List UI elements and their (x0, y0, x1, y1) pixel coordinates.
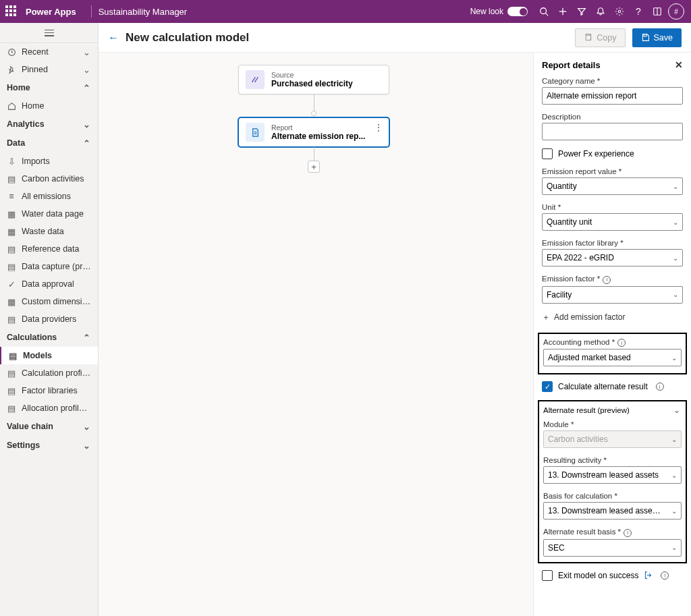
basis-label: Basis for calculation (543, 492, 682, 500)
sidebar-item-calc-2[interactable]: ▤Factor libraries (0, 382, 98, 399)
app-name: Sustainability Manager (99, 7, 188, 17)
sidebar-section-settings[interactable]: Settings⌄ (0, 436, 98, 455)
sidebar-section-analytics[interactable]: Analytics⌄ (0, 115, 98, 134)
sidebar-section-calculations[interactable]: Calculations⌃ (0, 328, 98, 347)
sidebar-item-recent[interactable]: Recent ⌄ (0, 43, 98, 61)
home-icon (7, 101, 16, 111)
more-icon[interactable]: ⋮ (374, 122, 383, 133)
panel-title: Report details (542, 60, 601, 70)
data-item-icon: ≡ (7, 192, 16, 201)
data-item-icon: ▦ (7, 227, 16, 236)
calc-alt-checkbox[interactable]: ✓ (542, 381, 553, 392)
data-item-icon: ▤ (7, 244, 16, 254)
sidebar-item-data-2[interactable]: ≡All emissions (0, 188, 98, 205)
acct-select[interactable]: Adjusted market based⌄ (543, 349, 682, 366)
ef-label: Emission factori (542, 275, 683, 284)
help-icon[interactable]: ? (629, 2, 648, 21)
sidebar-item-data-6[interactable]: ▤Data capture (preview) (0, 258, 98, 275)
sidebar-item-label: All emissions (22, 192, 91, 201)
search-icon[interactable] (534, 2, 553, 21)
book-icon[interactable] (648, 2, 667, 21)
module-select: Carbon activities⌄ (543, 430, 682, 448)
ef-select[interactable]: Facility⌄ (542, 286, 683, 304)
data-item-icon: ▤ (7, 314, 16, 324)
top-bar: Power Apps Sustainability Manager New lo… (0, 0, 691, 23)
powerfx-checkbox[interactable] (542, 148, 553, 159)
sidebar-item-label: Pinned (22, 65, 78, 74)
exit-checkbox[interactable] (542, 570, 553, 581)
sidebar-item-calc-3[interactable]: ▤Allocation profiles (p... (0, 399, 98, 417)
sidebar-section-valuechain[interactable]: Value chain⌄ (0, 417, 98, 436)
hamburger-button[interactable] (0, 23, 98, 43)
info-icon[interactable]: i (656, 383, 664, 391)
close-icon[interactable]: ✕ (675, 59, 683, 70)
chevron-down-icon: ⌄ (83, 422, 91, 432)
sidebar-item-pinned[interactable]: Pinned ⌄ (0, 61, 98, 78)
sidebar-item-label: Home (22, 101, 91, 111)
sidebar-item-data-3[interactable]: ▦Water data page (0, 205, 98, 223)
svg-point-4 (618, 10, 621, 13)
unit-select[interactable]: Quantity unit⌄ (542, 213, 683, 231)
new-look-toggle[interactable]: New look (470, 7, 528, 16)
acct-label: Accounting methodi (543, 338, 682, 347)
info-icon[interactable]: i (661, 571, 669, 580)
calc-item-icon: ▤ (7, 403, 16, 413)
sidebar-section-home[interactable]: Home⌃ (0, 78, 98, 97)
copy-button[interactable]: Copy (575, 28, 625, 47)
svg-point-0 (541, 8, 547, 14)
sidebar-item-data-0[interactable]: ⇩Imports (0, 152, 98, 170)
data-item-icon: ▤ (7, 174, 16, 184)
chevron-up-icon: ⌃ (83, 333, 91, 343)
app-launcher-icon[interactable] (5, 5, 18, 18)
sidebar-item-data-1[interactable]: ▤Carbon activities (0, 170, 98, 188)
node-title-label: Purchased electricity (271, 79, 353, 88)
info-icon[interactable]: i (617, 339, 626, 347)
chevron-down-icon: ⌄ (673, 183, 678, 190)
chevron-up-icon: ⌃ (83, 83, 91, 93)
sidebar-item-calc-1[interactable]: ▤Calculation profiles (0, 364, 98, 382)
sidebar-item-calc-0[interactable]: ▤Models (0, 347, 98, 364)
sidebar-item-label: Imports (22, 157, 91, 166)
svg-rect-8 (586, 35, 591, 40)
avatar[interactable]: # (667, 2, 686, 21)
sidebar-item-home[interactable]: Home (0, 97, 98, 115)
sidebar-item-data-7[interactable]: ✓Data approval (0, 275, 98, 293)
back-arrow-icon[interactable]: ← (108, 32, 119, 44)
efl-select[interactable]: EPA 2022 - eGRID⌄ (542, 249, 683, 267)
add-emission-factor-link[interactable]: ＋ Add emission factor (542, 312, 683, 323)
altbasis-select[interactable]: SEC⌄ (543, 539, 682, 557)
description-input[interactable] (542, 123, 683, 140)
basis-select[interactable]: 13. Downstream leased assets - Purchas..… (543, 502, 682, 520)
exit-icon (644, 571, 653, 580)
unit-label: Unit (542, 203, 683, 211)
svg-line-1 (546, 13, 549, 16)
category-input[interactable] (542, 87, 683, 105)
bell-icon[interactable] (591, 2, 610, 21)
filter-icon[interactable] (572, 2, 591, 21)
sidebar-item-data-9[interactable]: ▤Data providers (0, 310, 98, 328)
node-type-label: Source (271, 71, 353, 80)
category-label: Category name (542, 77, 683, 85)
chevron-down-icon[interactable]: ⌄ (673, 405, 682, 415)
resact-select[interactable]: 13. Downstream leased assets⌄ (543, 466, 682, 484)
node-report[interactable]: Report Alternate emission rep... ⋮ (238, 117, 389, 147)
data-item-icon: ⇩ (7, 157, 16, 166)
chevron-down-icon: ⌄ (671, 472, 677, 479)
sidebar-item-data-5[interactable]: ▤Reference data (0, 240, 98, 258)
plus-icon[interactable] (553, 2, 572, 21)
sidebar-item-label: Data capture (preview) (22, 262, 91, 271)
save-button[interactable]: Save (632, 28, 682, 47)
alternate-highlight: Alternate result (preview) ⌄ Module Carb… (538, 400, 687, 563)
erv-select[interactable]: Quantity⌄ (542, 177, 683, 195)
sidebar-section-data[interactable]: Data⌃ (0, 134, 98, 152)
sidebar-item-label: Custom dimensions (22, 297, 91, 306)
add-node-button[interactable]: + (308, 161, 320, 173)
info-icon[interactable]: i (624, 529, 632, 537)
gear-icon[interactable] (610, 2, 629, 21)
sidebar-item-data-8[interactable]: ▦Custom dimensions (0, 293, 98, 310)
node-source[interactable]: Source Purchased electricity (238, 65, 389, 94)
sidebar-item-data-4[interactable]: ▦Waste data (0, 223, 98, 240)
chevron-down-icon: ⌄ (83, 65, 91, 75)
chevron-down-icon: ⌄ (83, 47, 91, 57)
info-icon[interactable]: i (603, 276, 611, 284)
